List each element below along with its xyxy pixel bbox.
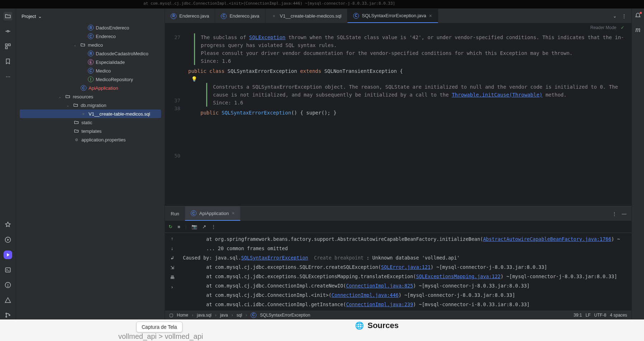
tree-item[interactable]: ⚙application.properties — [20, 135, 165, 144]
maven-icon[interactable]: m — [635, 25, 640, 34]
svg-point-0 — [7, 31, 9, 32]
tree-item[interactable]: EEspecialidade — [20, 58, 165, 66]
run-config-label: ApiApplication — [199, 211, 229, 216]
tree-item[interactable]: ⌄db.migration — [20, 101, 165, 109]
record-icon: R — [88, 51, 94, 56]
line-sep[interactable]: LF — [586, 313, 591, 318]
code-content[interactable]: The subclass of SQLException thrown when… — [185, 32, 631, 206]
structure-icon[interactable] — [4, 42, 12, 51]
bookmarks-icon[interactable] — [4, 57, 12, 66]
tree-label: DadosEndereco — [96, 25, 129, 31]
kebab-icon[interactable]: ⋮ — [622, 13, 626, 19]
chevron-down-icon[interactable]: ⌄ — [613, 13, 617, 19]
chevron-down-icon: ⌄ — [74, 43, 78, 47]
console-output[interactable]: at org.springframework.beans.factory.sup… — [179, 233, 631, 310]
minimize-icon[interactable]: — — [622, 211, 626, 216]
tree-item[interactable]: ⌄resources — [20, 92, 165, 101]
scroll-icon[interactable]: ⇲ — [170, 265, 174, 270]
interface-icon: I — [88, 76, 94, 82]
tree-label: db.migration — [81, 103, 106, 108]
class-icon: C — [353, 13, 359, 19]
tab-label: SQLSyntaxErrorException.java — [362, 13, 426, 18]
breadcrumb[interactable]: java — [220, 313, 228, 318]
svg-rect-9 — [5, 268, 10, 272]
up-icon[interactable]: ↑ — [171, 236, 174, 241]
tab-sql[interactable]: ≡V1__create-table-medicos.sql — [265, 9, 347, 23]
tree-item[interactable]: CEndereco — [20, 32, 165, 41]
tree-item[interactable]: ⌄medico — [20, 41, 165, 49]
project-icon[interactable] — [4, 12, 12, 20]
bulb-icon[interactable]: 💡 — [191, 76, 197, 82]
run-tab-label[interactable]: Run — [165, 206, 185, 221]
reader-mode-label[interactable]: Reader Mode — [590, 25, 616, 30]
tree-item-selected[interactable]: ≡V1__create-table-medicos.sql — [20, 109, 161, 118]
line-gutter: 27 37 38 50 — [165, 32, 185, 206]
svg-point-13 — [6, 313, 7, 314]
wrap-icon[interactable]: ↲ — [170, 255, 174, 261]
tab-endereco[interactable]: REndereco.java — [165, 9, 215, 23]
cursor-pos[interactable]: 39:1 — [574, 313, 582, 318]
stop-icon[interactable]: ■ — [177, 224, 180, 229]
play-icon[interactable] — [4, 251, 12, 259]
editor-body[interactable]: 27 37 38 50 The subclass of SQLException… — [165, 32, 631, 206]
commit-icon[interactable] — [4, 27, 12, 36]
ctor-decl: public SQLSyntaxErrorException() { super… — [188, 109, 631, 117]
line-num: 38 — [165, 104, 180, 112]
kebab-icon[interactable]: ⋮ — [612, 211, 617, 216]
class-icon: C — [81, 85, 86, 91]
warning-icon[interactable] — [4, 296, 12, 304]
close-icon[interactable]: × — [429, 13, 432, 19]
rerun-icon[interactable]: ↻ — [169, 224, 172, 229]
bottom-breadcrumb: vollmed_api > vollmed_api — [118, 332, 203, 341]
folder-icon — [74, 120, 79, 125]
close-icon[interactable]: × — [232, 210, 235, 216]
kebab-icon[interactable]: ⋮ — [211, 224, 216, 229]
project-tree[interactable]: RDadosEndereco CEndereco ⌄medico RDadosd… — [16, 23, 165, 319]
build-icon[interactable] — [4, 220, 12, 229]
background-browser: Captura de Tela 🌐 Sources vollmed_api > … — [0, 319, 644, 341]
down-icon[interactable]: ↓ — [171, 246, 174, 251]
right-toolbar: m — [631, 9, 644, 319]
record-icon: R — [88, 25, 94, 31]
project-header[interactable]: Project ⌄ — [16, 9, 165, 23]
tab-label: Endereco.java — [179, 13, 209, 19]
class-decl: public class SQLSyntaxErrorException ext… — [188, 67, 631, 75]
tree-label: templates — [81, 129, 101, 134]
main-window: ⋯ Project ⌄ RDadosEndereco CEndereco ⌄me… — [0, 9, 644, 319]
vcs-icon[interactable] — [4, 311, 12, 319]
class-icon: C — [88, 33, 94, 39]
encoding[interactable]: UTF-8 — [594, 313, 606, 318]
svg-point-15 — [9, 315, 10, 316]
class-icon: C — [251, 312, 256, 318]
tree-item[interactable]: RDadosEndereco — [20, 23, 165, 32]
tree-label: V1__create-table-medicos.sql — [89, 111, 150, 117]
chevron-down-icon: ⌄ — [38, 14, 42, 19]
status-home[interactable]: Home — [177, 313, 188, 318]
print-icon[interactable]: 🖶 — [170, 275, 175, 280]
tree-item[interactable]: static — [20, 118, 165, 127]
exit-icon[interactable]: ↗ — [202, 224, 206, 229]
folder-icon — [74, 128, 79, 134]
tree-item[interactable]: templates — [20, 127, 165, 135]
screenshot-icon[interactable]: 📷 — [191, 224, 197, 229]
notifications-icon[interactable] — [635, 13, 641, 19]
chevron-right-icon[interactable]: › — [171, 284, 173, 290]
indent[interactable]: 4 spaces — [610, 313, 627, 318]
breadcrumb[interactable]: java.sql — [197, 313, 212, 318]
breadcrumb[interactable]: sql — [237, 313, 242, 318]
tab-endereco2[interactable]: CEndereco.java — [215, 9, 265, 23]
home-icon[interactable]: ▢ — [169, 313, 173, 318]
more-icon[interactable]: ⋯ — [4, 72, 12, 81]
tree-item[interactable]: RDadosdeCadastroMedico — [20, 49, 165, 58]
tree-item[interactable]: CApiApplication — [20, 84, 165, 92]
tab-actions: ⌄ ⋮ — [608, 9, 631, 23]
run-icon[interactable] — [4, 235, 12, 244]
problems-icon[interactable] — [4, 281, 12, 289]
tree-item[interactable]: CMedico — [20, 66, 165, 75]
tree-item[interactable]: IMedicoRepository — [20, 75, 165, 84]
terminal-icon[interactable] — [4, 266, 12, 274]
tab-exception[interactable]: CSQLSyntaxErrorException.java× — [347, 9, 438, 23]
run-config-tab[interactable]: C ApiApplication × — [185, 206, 241, 221]
class-icon: C — [88, 68, 94, 74]
breadcrumb[interactable]: SQLSyntaxErrorException — [260, 313, 310, 318]
